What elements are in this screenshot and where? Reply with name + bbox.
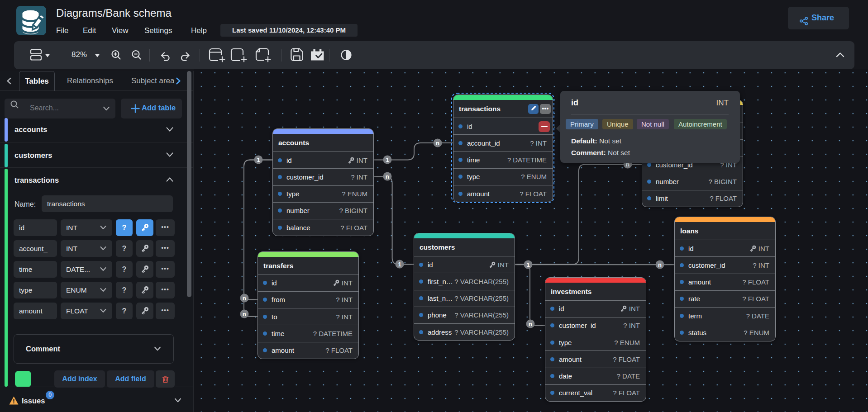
svg-text:1: 1 (398, 261, 401, 268)
svg-text:1: 1 (526, 261, 529, 268)
svg-text:n: n (386, 173, 389, 180)
svg-text:n: n (658, 261, 662, 268)
svg-text:n: n (243, 311, 246, 317)
svg-text:1: 1 (386, 156, 389, 163)
svg-text:n: n (529, 321, 532, 327)
svg-text:n: n (436, 140, 439, 147)
svg-text:n: n (243, 295, 246, 302)
svg-text:1: 1 (257, 156, 260, 163)
